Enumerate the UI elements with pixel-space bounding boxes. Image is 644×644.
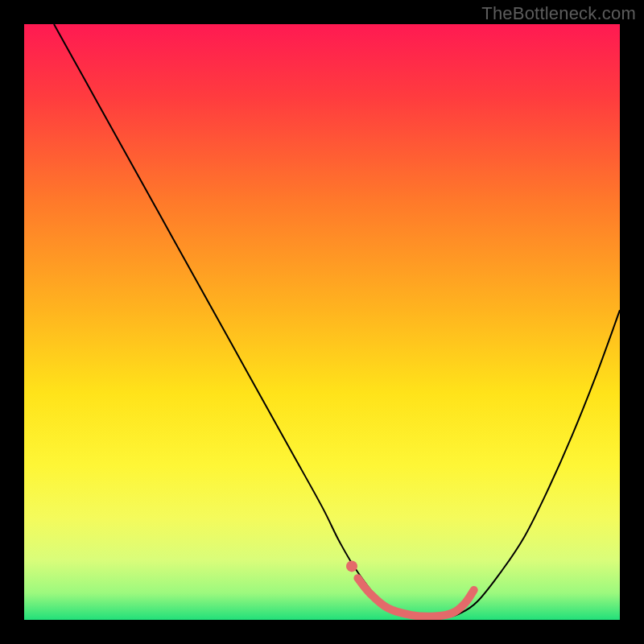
chart-svg <box>24 24 620 620</box>
gradient-background <box>24 24 620 620</box>
chart-frame: TheBottleneck.com <box>0 0 644 644</box>
chart-plot-area <box>24 24 620 620</box>
watermark-text: TheBottleneck.com <box>481 3 636 24</box>
highlight-dot <box>346 560 357 572</box>
